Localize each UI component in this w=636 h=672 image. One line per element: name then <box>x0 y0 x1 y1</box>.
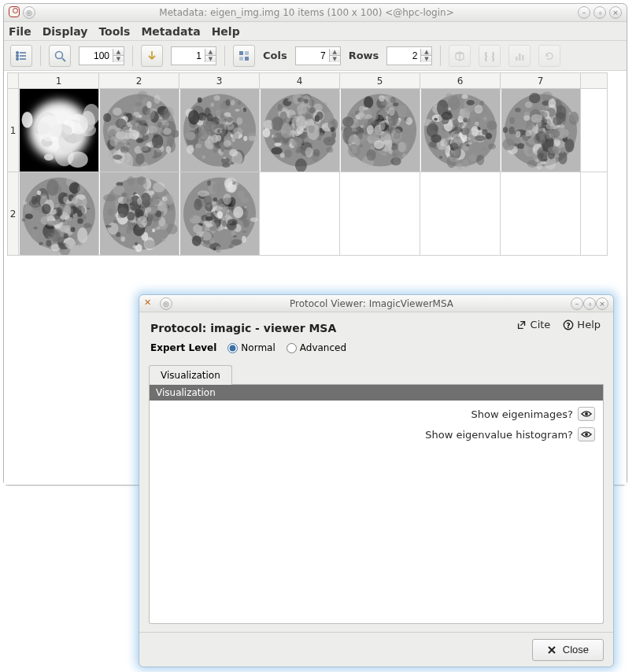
svg-point-886 <box>42 204 51 214</box>
svg-point-236 <box>213 95 220 101</box>
svg-point-994 <box>137 176 146 185</box>
svg-point-264 <box>229 150 238 157</box>
refresh-button <box>538 45 560 67</box>
zoom-icon[interactable] <box>49 45 71 67</box>
svg-point-1068 <box>250 217 257 222</box>
col-header: 5 <box>340 73 420 89</box>
eigenimage-cell[interactable] <box>340 89 420 172</box>
eigenimage-cell[interactable] <box>260 89 340 172</box>
svg-point-763 <box>538 127 543 135</box>
minimize-button[interactable]: – <box>571 297 583 310</box>
window-menu-button[interactable]: ◎ <box>23 6 35 19</box>
zoom-down[interactable]: ▼ <box>113 56 124 62</box>
eigenimage-cell[interactable] <box>99 89 179 172</box>
close-button[interactable]: × <box>609 6 622 19</box>
goto-down[interactable]: ▼ <box>205 56 216 62</box>
rows-down[interactable]: ▼ <box>420 56 431 62</box>
radio-normal[interactable]: Normal <box>227 342 275 353</box>
svg-point-146 <box>146 102 151 109</box>
svg-point-507 <box>379 122 385 131</box>
eigenimage-cell[interactable] <box>19 89 99 172</box>
rows-input[interactable] <box>387 47 420 65</box>
svg-point-642 <box>453 149 460 157</box>
menu-display[interactable]: Display <box>43 25 88 38</box>
maximize-button[interactable]: ⬨ <box>583 297 596 310</box>
svg-point-388 <box>297 104 307 114</box>
svg-point-887 <box>77 185 83 194</box>
cols-up[interactable]: ▲ <box>329 49 340 56</box>
svg-point-1061 <box>237 190 245 199</box>
svg-point-1089 <box>244 206 247 209</box>
svg-point-521 <box>368 131 381 141</box>
help-link[interactable]: ? Help <box>563 319 601 330</box>
main-titlebar: ◎ Metadata: eigen_img.img 10 items (100 … <box>4 4 627 22</box>
svg-point-1126 <box>231 182 235 185</box>
svg-point-381 <box>274 142 281 146</box>
cite-link[interactable]: Cite <box>516 319 551 330</box>
svg-point-196 <box>231 100 235 105</box>
eigenimage-cell[interactable] <box>19 172 99 256</box>
close-dialog-button[interactable]: Close <box>532 639 604 661</box>
cols-down[interactable]: ▼ <box>329 56 340 62</box>
eigenimage-cell[interactable] <box>179 172 260 256</box>
col-header: 6 <box>420 73 501 89</box>
show-eigenimages-button[interactable] <box>578 407 595 421</box>
menu-tools[interactable]: Tools <box>98 25 130 38</box>
svg-point-1105 <box>233 206 243 218</box>
goto-icon[interactable] <box>141 45 163 67</box>
svg-point-769 <box>83 223 91 228</box>
protocol-viewer-dialog: ◎ Protocol Viewer: ImagicViewerMSA – ⬨ ×… <box>139 294 614 667</box>
svg-point-726 <box>529 93 541 103</box>
zoom-up[interactable]: ▲ <box>113 49 124 56</box>
radio-advanced[interactable]: Advanced <box>287 342 346 353</box>
svg-point-141 <box>139 144 148 151</box>
svg-point-1009 <box>150 213 161 222</box>
svg-point-107 <box>103 113 111 122</box>
svg-point-877 <box>76 205 85 216</box>
svg-point-738 <box>560 147 565 153</box>
zoom-input[interactable] <box>80 47 113 65</box>
close-button[interactable]: × <box>596 297 608 310</box>
svg-point-762 <box>545 105 548 110</box>
svg-point-377 <box>291 115 302 131</box>
menu-help[interactable]: Help <box>212 25 240 38</box>
svg-point-1084 <box>194 198 202 210</box>
svg-point-276 <box>216 129 220 133</box>
window-menu-button[interactable]: ◎ <box>160 297 172 310</box>
rows-label: Rows <box>349 50 379 61</box>
eigenimage-cell[interactable] <box>179 89 260 172</box>
svg-point-278 <box>187 146 194 154</box>
svg-point-1117 <box>225 177 237 193</box>
goto-input[interactable] <box>172 47 205 65</box>
svg-point-797 <box>21 218 25 222</box>
svg-point-110 <box>135 102 142 105</box>
eigenimage-cell[interactable] <box>420 89 501 172</box>
svg-point-1121 <box>201 215 207 221</box>
menu-metadata[interactable]: Metadata <box>141 25 200 38</box>
eigenimage-cell[interactable] <box>99 172 179 256</box>
rows-up[interactable]: ▲ <box>420 49 431 56</box>
svg-point-996 <box>127 212 135 220</box>
goto-up[interactable]: ▲ <box>205 49 216 56</box>
minimize-button[interactable]: – <box>578 6 590 19</box>
svg-point-134 <box>113 155 122 160</box>
cols-input[interactable] <box>296 47 329 65</box>
svg-point-255 <box>205 121 217 136</box>
stats-button <box>508 45 531 67</box>
eigenimage-cell[interactable] <box>501 89 581 172</box>
tab-visualization[interactable]: Visualization <box>149 365 232 385</box>
svg-point-1000 <box>122 196 131 204</box>
svg-point-623 <box>488 144 496 150</box>
maximize-button[interactable]: ⬨ <box>593 6 606 19</box>
svg-point-1005 <box>121 193 127 198</box>
svg-point-151 <box>121 126 133 138</box>
svg-point-310 <box>284 150 292 158</box>
svg-point-712 <box>524 102 532 108</box>
svg-point-457 <box>359 144 363 147</box>
svg-point-1010 <box>139 206 145 214</box>
grid-mode-button[interactable] <box>233 45 255 67</box>
menu-file[interactable]: File <box>9 25 31 38</box>
show-histogram-button[interactable] <box>578 427 595 441</box>
row-header: 1 <box>8 89 19 172</box>
list-view-button[interactable] <box>10 45 32 67</box>
